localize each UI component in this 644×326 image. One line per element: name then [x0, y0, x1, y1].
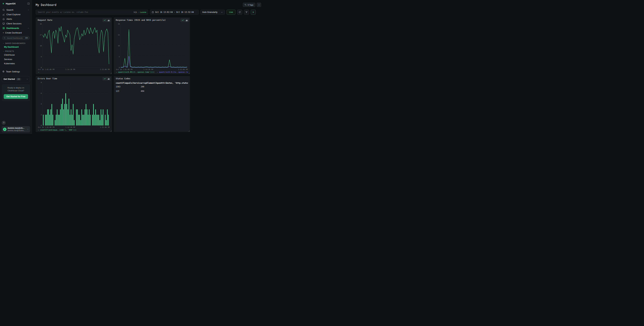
legend-item[interactable]: — countIf(and(equa..code'), '404'))) — [38, 129, 76, 131]
kebab-menu-button[interactable]: ⋮ — [257, 3, 261, 7]
saved-dashboards-search[interactable]: ⌘K — [2, 36, 30, 40]
collapse-sidebar-icon[interactable] — [27, 2, 30, 5]
user-texts: dominic.tran@clic... dominic.tran@clickh… — [8, 127, 25, 132]
legend-item[interactable]: — — [38, 71, 39, 73]
sidebar-item-label: Chart Explorer — [6, 13, 20, 16]
svg-text:6: 6 — [41, 92, 42, 94]
lucene-toggle[interactable]: Lucene — [140, 11, 146, 13]
run-query-button[interactable] — [251, 10, 256, 15]
help-button[interactable]: ? — [2, 121, 6, 125]
refresh-icon — [238, 11, 241, 13]
promo-line2: ClickHouse Cloud? — [4, 89, 28, 92]
legend-item[interactable]: — quantile(0.95)(t..sponse.time')))) — [116, 71, 154, 73]
line-chart-icon[interactable] — [104, 19, 106, 22]
chevron-down-icon — [221, 11, 223, 13]
user-menu[interactable]: D dominic.tran@clic... dominic.tran@clic… — [2, 126, 30, 132]
sidebar-item-alerts[interactable]: Alerts — [1, 17, 31, 21]
table-cell: 123 — [116, 90, 141, 92]
errors-chart[interactable]: 02468Oct 16 1:02:00 PM1:14:30 PM1:32:00 … — [38, 81, 110, 129]
sidebar-item-kubernetes[interactable]: Kubernetes — [0, 62, 32, 66]
sidebar-item-team-settings[interactable]: ⚙ Team Settings — [0, 69, 32, 74]
bar-chart-icon[interactable] — [108, 78, 110, 80]
dashboard-header: My Dashboard 0 Tags ⋮ — [32, 0, 265, 8]
svg-text:Oct 16 1:02:00 PM: Oct 16 1:02:00 PM — [116, 69, 132, 70]
presets-section-toggle[interactable]: PRESETS — [0, 49, 32, 53]
refresh-button[interactable] — [237, 10, 242, 15]
sidebar: HyperDX Search Chart Explorer Alerts — [0, 0, 32, 134]
resize-handle[interactable] — [110, 130, 112, 132]
monitor-icon — [2, 22, 5, 25]
sidebar-item-label: Alerts — [6, 18, 12, 20]
bar-chart-icon[interactable] — [108, 19, 110, 22]
request-rate-chart[interactable]: 09182736Oct 16 1:02:00 PM1:14:30 PM1:32:… — [38, 22, 110, 71]
saved-dashboards-search-input[interactable] — [6, 37, 24, 39]
section-label-text: PRESETS — [5, 50, 14, 52]
legend-item[interactable]: — quantile(0.9)(to..sponse.time')))) — [157, 71, 188, 73]
date-range-picker[interactable]: Oct 16 13:02:04 - Oct 16 13:32:04 — [150, 10, 199, 15]
sidebar-item-search[interactable]: Search — [1, 8, 31, 12]
line-chart-icon[interactable] — [182, 19, 184, 22]
bar-chart-icon[interactable] — [186, 19, 188, 22]
sidebar-item-label: Dashboards — [6, 27, 19, 30]
main-content: My Dashboard 0 Tags ⋮ SQL | Lucene Oc — [32, 0, 265, 134]
sidebar-item-chart-explorer[interactable]: Chart Explorer — [1, 12, 31, 17]
sidebar-item-services[interactable]: Services — [0, 57, 32, 62]
svg-text:0: 0 — [119, 67, 120, 69]
create-dashboard-button[interactable]: + Create Dashboard — [0, 31, 32, 35]
sql-toggle[interactable]: SQL — [134, 11, 137, 13]
svg-text:18: 18 — [40, 45, 42, 47]
sidebar-bottom: ? D dominic.tran@clic... dominic.tran@cl… — [0, 119, 32, 134]
section-label-text: SAVED DASHBOARDS — [5, 42, 26, 44]
resize-handle[interactable] — [110, 73, 112, 74]
svg-text:2: 2 — [41, 114, 42, 116]
table-row: 123 404 — [116, 89, 188, 93]
sidebar-item-dashboards[interactable]: Dashboards — [1, 26, 31, 31]
saved-dashboards-section-toggle[interactable]: SAVED DASHBOARDS — [0, 41, 32, 45]
sidebar-item-clickhouse[interactable]: ClickHouse — [0, 53, 32, 57]
chevron-down-icon — [27, 9, 30, 11]
svg-text:20: 20 — [118, 23, 120, 25]
svg-text:1:14:30 PM: 1:14:30 PM — [66, 126, 75, 128]
table-cell: 200 — [141, 86, 188, 88]
filter-button[interactable] — [244, 10, 249, 15]
resize-handle[interactable] — [188, 73, 190, 74]
get-started-progress-badge: 2/3 — [16, 78, 21, 81]
svg-text:1:32:00 PM: 1:32:00 PM — [178, 69, 188, 70]
shortcut-hint: ⌘K — [25, 37, 28, 39]
query-toolbar: SQL | Lucene Oct 16 13:02:04 - Oct 16 13… — [32, 8, 265, 15]
create-dashboard-label: Create Dashboard — [5, 32, 22, 34]
table-cell: 404 — [141, 90, 188, 92]
panel-title: Status Codes — [116, 78, 188, 80]
svg-text:1:14:30 PM: 1:14:30 PM — [66, 69, 75, 70]
granularity-select[interactable]: Auto Granularity — [200, 10, 225, 15]
dashboard-grid: Request Rate 09182736Oct 16 1:02:00 PM1:… — [32, 15, 265, 132]
svg-text:1:14:30 PM: 1:14:30 PM — [144, 69, 153, 70]
language-toggle: SQL | Lucene — [134, 11, 146, 13]
sidebar-item-client-sessions[interactable]: Client Sessions — [1, 21, 31, 26]
get-started-toggle[interactable]: Get Started 2/3 — [2, 76, 30, 82]
panel-status-codes: Status Codes countIf(equals(ServiceN: ar… — [114, 76, 190, 132]
svg-text:27: 27 — [40, 34, 42, 36]
line-chart-icon[interactable] — [104, 78, 106, 80]
svg-text:36: 36 — [40, 23, 42, 25]
chart-legend: — — [38, 71, 110, 73]
live-button[interactable]: Live — [226, 10, 236, 15]
table-cell: 1503 — [116, 86, 141, 88]
filter-icon — [245, 11, 248, 13]
sidebar-item-my-dashboard[interactable]: My Dashboard — [0, 45, 32, 49]
chart-line-icon — [2, 13, 5, 16]
chart-legend: — countIf(and(equa..code'), '404'))) — [38, 129, 110, 131]
svg-text:15: 15 — [118, 34, 120, 36]
search-icon — [2, 9, 5, 11]
event-search-input[interactable] — [38, 11, 132, 14]
resize-handle[interactable] — [188, 130, 190, 132]
tags-button[interactable]: 0 Tags — [243, 3, 255, 7]
panel-title: Response Times (95th and 90th percentile… — [116, 19, 188, 21]
event-search-box[interactable]: SQL | Lucene — [36, 10, 148, 15]
dashboard-grid-icon — [2, 27, 5, 30]
tags-label: 0 Tags — [248, 4, 254, 6]
get-started-free-button[interactable]: Get Started for Free — [4, 94, 28, 99]
panel-title: Errors Over Time — [38, 78, 110, 80]
chart-type-toolbar — [102, 77, 111, 81]
response-times-chart[interactable]: 05101520Oct 16 1:02:00 PM1:14:30 PM1:32:… — [116, 22, 188, 71]
